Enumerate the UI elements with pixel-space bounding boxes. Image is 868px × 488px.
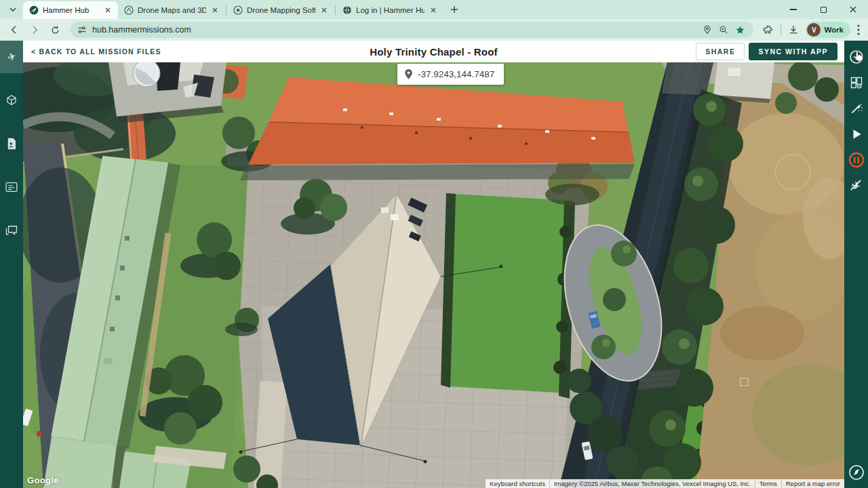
sidebar-item-chat[interactable] [0, 214, 23, 247]
back-icon[interactable] [5, 21, 23, 39]
play-icon [850, 128, 863, 140]
cube-3d-icon [5, 94, 18, 106]
profile-name: Work [824, 26, 844, 34]
tab-title: Drone Maps and 3D Models: H [138, 6, 206, 14]
address-bar[interactable]: hub.hammermissions.com [71, 22, 753, 38]
tab-close-icon[interactable] [103, 5, 113, 15]
mission-title: Holy Trinity Chapel - Roof [370, 46, 498, 58]
play-mission-button[interactable] [846, 124, 867, 144]
location-pin-icon[interactable] [703, 25, 712, 35]
document-icon [6, 138, 17, 150]
list-card-icon [5, 182, 18, 192]
map-viewport[interactable]: -37.9243,144.7487 Google Keyboard shortc… [23, 62, 844, 488]
coordinates-tooltip: -37.9243,144.7487 [397, 64, 504, 85]
profile-chip[interactable]: V Work [806, 22, 850, 38]
url-text[interactable]: hub.hammermissions.com [92, 25, 191, 35]
tab-search-icon[interactable] [4, 1, 22, 18]
site-settings-icon[interactable] [77, 25, 87, 35]
tab-favicon [124, 5, 134, 15]
bookmark-star-icon[interactable] [735, 25, 745, 35]
tab-title: Drone Mapping Software | 4D S [247, 6, 315, 14]
window-minimize-icon[interactable] [778, 0, 808, 19]
toolbar-right: V Work [760, 22, 863, 38]
window-restore-icon[interactable] [808, 0, 838, 19]
toolbar-divider [781, 24, 781, 35]
globe-favicon [342, 5, 352, 15]
tab-drone-mapping-software[interactable]: Drone Mapping Software | 4D S [227, 1, 334, 19]
chat-icon [5, 225, 18, 237]
coordinates-value: -37.9243,144.7487 [418, 69, 494, 79]
magic-wand-icon [850, 102, 863, 115]
download-icon[interactable] [788, 24, 799, 35]
tab-drone-maps[interactable]: Drone Maps and 3D Models: H [118, 1, 225, 19]
sync-with-app-button[interactable]: SYNC WITH APP [749, 43, 837, 60]
compass-button[interactable] [846, 462, 867, 483]
hammer-hub-favicon [29, 5, 39, 15]
location-pin-icon [404, 69, 413, 80]
flight-takeoff-icon: ✈ [7, 51, 16, 63]
tab-favicon [233, 5, 243, 15]
new-tab-button[interactable] [446, 1, 462, 18]
satellite-imagery[interactable] [23, 62, 844, 488]
terms-link[interactable]: Terms [755, 479, 781, 488]
map-attribution: Keyboard shortcuts Imagery ©2025 Airbus,… [486, 479, 844, 488]
imagery-credit: Imagery ©2025 Airbus, Maxar Technologies… [549, 479, 755, 488]
dashboard-layout-icon [850, 76, 863, 89]
tab-close-icon[interactable] [319, 5, 329, 15]
tab-close-icon[interactable] [210, 5, 220, 15]
window-close-icon[interactable] [838, 0, 868, 19]
window-controls [778, 0, 868, 19]
tab-hammer-hub[interactable]: Hammer Hub [23, 1, 118, 19]
sidebar-item-flight-missions[interactable]: ✈ [0, 41, 23, 73]
draw-annotate-button[interactable] [846, 98, 867, 119]
left-sidebar: ✈ [0, 41, 23, 488]
tab-close-icon[interactable] [429, 5, 438, 15]
sidebar-item-mission-files[interactable] [0, 127, 23, 160]
pause-circle-icon [848, 152, 865, 168]
back-to-missions-link[interactable]: < BACK TO ALL MISSION FILES [31, 47, 161, 56]
mission-header: < BACK TO ALL MISSION FILES Holy Trinity… [23, 41, 844, 62]
sidebar-item-3d-models[interactable] [0, 84, 23, 117]
browser-toolbar: hub.hammermissions.com V Work [0, 19, 868, 41]
share-button[interactable]: SHARE [696, 43, 745, 60]
report-error-link[interactable]: Report a map error [781, 479, 844, 488]
zoom-icon[interactable] [719, 25, 728, 35]
avatar: V [807, 23, 821, 37]
browser-menu-icon[interactable] [857, 24, 860, 35]
keyboard-shortcuts-link[interactable]: Keyboard shortcuts [486, 479, 549, 488]
reload-icon[interactable] [46, 21, 64, 39]
tab-title: Hammer Hub [43, 6, 99, 14]
pause-mission-button[interactable] [846, 150, 867, 170]
extensions-icon[interactable] [763, 24, 774, 35]
compass-icon [848, 464, 865, 481]
layout-split-button[interactable] [846, 73, 867, 93]
cursor-pointer [854, 50, 864, 62]
tab-title: Log in | Hammer Hub [356, 6, 425, 14]
forward-icon[interactable] [26, 21, 43, 39]
tab-login-hammer-hub[interactable]: Log in | Hammer Hub [336, 1, 443, 19]
google-logo[interactable]: Google [27, 475, 59, 485]
tab-separator [226, 5, 226, 15]
browser-tabstrip: Hammer Hub Drone Maps and 3D Models: H D… [0, 0, 868, 19]
no-fly-zone-button[interactable]: ✈ [846, 176, 867, 196]
right-sidebar: ✈ [844, 41, 868, 488]
tab-separator [335, 5, 336, 15]
sidebar-item-notes[interactable] [0, 171, 23, 203]
